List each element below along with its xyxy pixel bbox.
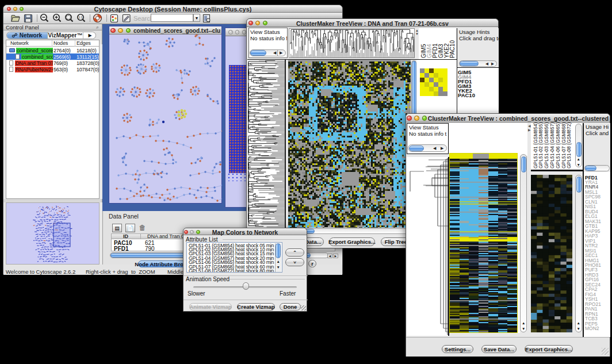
svg-text:1:1: 1:1 bbox=[78, 16, 83, 19]
